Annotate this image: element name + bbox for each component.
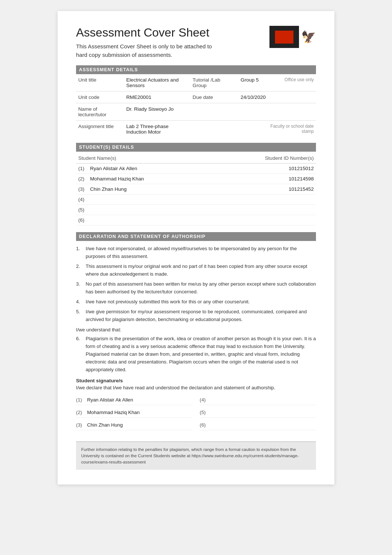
sig-item-2: (2) Mohammad Haziq Khan (76, 407, 192, 418)
student-details-section: STUDENT(S) DETAILS Student Name(s) Stude… (76, 143, 316, 225)
student-num-6: (6) (78, 217, 85, 223)
office-use-label: Office use only (268, 74, 316, 92)
sig-name-3: Chin Zhan Hung (87, 422, 123, 428)
due-date-value: 24/10/2020 (238, 91, 268, 103)
logo-area: 🦅 (269, 26, 316, 48)
logo-icon: 🦅 (301, 30, 316, 44)
sig-item-3: (3) Chin Zhan Hung (76, 420, 192, 430)
student-column-headers: Student Name(s) Student ID Number(s) (76, 152, 316, 163)
student-row-4: (4) (76, 194, 316, 205)
declaration-header: DECLARATION AND STATEMENT OF AUTHORSHIP (76, 232, 316, 241)
unit-title-value: Electrical Actuators and Sensors (124, 74, 190, 92)
student-id-2: 101214598 (289, 176, 314, 182)
sig-num-6: (6) (200, 422, 208, 428)
unit-code-label: Unit code (76, 91, 124, 103)
declaration-list: 1. I/we have not impersonated, or allowe… (76, 245, 316, 323)
logo-red-block (275, 31, 293, 44)
sig-item-4: (4) (200, 395, 316, 405)
student-num-4: (4) (78, 197, 85, 202)
student-name-col-header: Student Name(s) (78, 155, 116, 161)
header-subtitle: This Assessment Cover Sheet is only to b… (76, 42, 212, 59)
page-container: Assessment Cover Sheet This Assessment C… (58, 11, 334, 485)
detail-row-unit-title: Unit title Electrical Actuators and Sens… (76, 74, 316, 92)
sig-name-1: Ryan Alistair Ak Allen (87, 397, 133, 403)
lecturer-label: Name oflecturer/tutor (76, 103, 124, 120)
page-title: Assessment Cover Sheet (76, 26, 212, 39)
declaration-item-3: 3. No part of this assessment has been w… (76, 280, 316, 296)
due-date-label: Due date (190, 91, 238, 103)
signatures-title: Student signature/s (76, 378, 316, 383)
assignment-label: Assignment title (76, 120, 124, 138)
sig-item-5: (5) (200, 407, 316, 418)
plagiarism-num: 6. (76, 335, 83, 373)
student-id-col-header: Student ID Number(s) (265, 155, 314, 161)
declaration-item-4: 4. I/we have not previously submitted th… (76, 298, 316, 306)
tutorial-label: Tutorial /LabGroup (190, 74, 238, 92)
signatures-grid: (1) Ryan Alistair Ak Allen (4) (2) Moham… (76, 395, 316, 430)
detail-row-lecturer: Name oflecturer/tutor Dr. Riady Siswoyo … (76, 103, 316, 120)
footer-text: Further information relating to the pena… (81, 447, 299, 465)
declaration-item-2: 2. This assessment is my/our original wo… (76, 262, 316, 278)
signatures-declare: I/we declare that I/we have read and und… (76, 385, 316, 390)
student-num-2: (2) (78, 176, 87, 182)
student-row-2: (2) Mohammad Haziq Khan 101214598 (76, 174, 316, 184)
declaration-item-5: 5. I/we give permission for my/our asses… (76, 308, 316, 323)
student-row-3: (3) Chin Zhan Hung 101215452 (76, 184, 316, 194)
page-header: Assessment Cover Sheet This Assessment C… (76, 26, 316, 59)
plagiarism-text: Plagiarism is the presentation of the wo… (86, 335, 316, 373)
university-logo (269, 26, 299, 48)
signatures-section: Student signature/s I/we declare that I/… (76, 378, 316, 430)
student-id-3: 101215452 (289, 186, 314, 192)
detail-row-unit-code: Unit code RME20001 Due date 24/10/2020 (76, 91, 316, 103)
sig-num-5: (5) (200, 410, 208, 415)
declaration-section: DECLARATION AND STATEMENT OF AUTHORSHIP … (76, 232, 316, 373)
declaration-item-1: 1. I/we have not impersonated, or allowe… (76, 245, 316, 260)
sig-num-2: (2) (76, 410, 84, 415)
sig-name-2: Mohammad Haziq Khan (87, 410, 140, 415)
student-row-6: (6) (76, 215, 316, 225)
student-num-1: (1) (78, 166, 87, 171)
student-id-1: 101215012 (289, 166, 314, 171)
header-text-block: Assessment Cover Sheet This Assessment C… (76, 26, 212, 59)
sig-item-6: (6) (200, 420, 316, 430)
assessment-details-header: ASSESSMENT DETAILS (76, 65, 316, 74)
unit-code-value: RME20001 (124, 91, 190, 103)
student-name-2: Mohammad Haziq Khan (90, 176, 289, 182)
sig-num-1: (1) (76, 397, 84, 403)
unit-title-label: Unit title (76, 74, 124, 92)
lecturer-value: Dr. Riady Siswoyo Jo (124, 103, 190, 120)
student-num-5: (5) (78, 207, 85, 213)
student-details-header: STUDENT(S) DETAILS (76, 143, 316, 152)
understand-text: I/we understand that: (76, 327, 316, 332)
detail-row-assignment: Assignment title Lab 2 Three-phase Induc… (76, 120, 316, 138)
footer-bar: Further information relating to the pena… (76, 441, 316, 470)
plagiarism-item: 6. Plagiarism is the presentation of the… (76, 335, 316, 373)
faculty-stamp-label: Faculty or school date stamp (268, 120, 316, 138)
student-name-3: Chin Zhan Hung (90, 186, 289, 192)
assignment-value: Lab 2 Three-phase Induction Motor (124, 120, 190, 138)
tutorial-value: Group 5 (238, 74, 268, 92)
student-name-1: Ryan Alistair Ak Allen (90, 166, 289, 171)
student-num-3: (3) (78, 186, 87, 192)
sig-num-3: (3) (76, 422, 84, 428)
sig-item-1: (1) Ryan Alistair Ak Allen (76, 395, 192, 405)
sig-num-4: (4) (200, 397, 208, 403)
student-row-5: (5) (76, 205, 316, 215)
assessment-details-table: Unit title Electrical Actuators and Sens… (76, 74, 316, 138)
student-row-1: (1) Ryan Alistair Ak Allen 101215012 (76, 163, 316, 174)
